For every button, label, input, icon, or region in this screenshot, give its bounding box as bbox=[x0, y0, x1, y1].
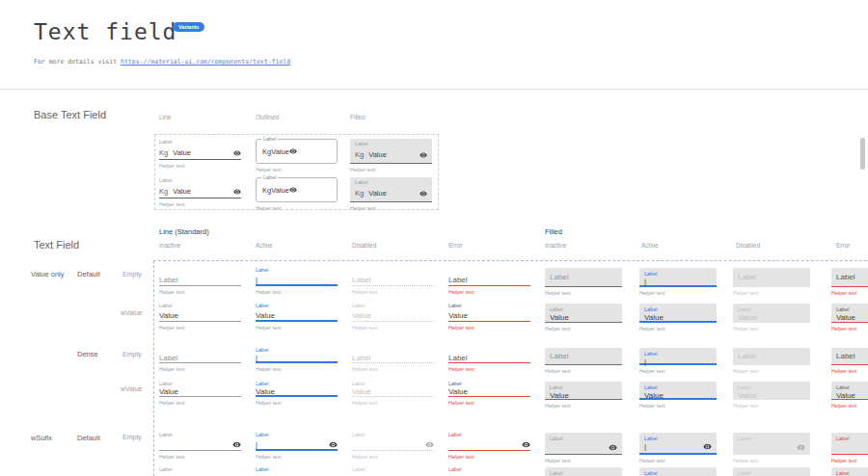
field-label-placeholder: Label bbox=[550, 352, 569, 360]
text-field-line-disabled-empty-wsufix[interactable]: LabelHelper text bbox=[352, 431, 434, 460]
text-field-line-error-empty-dense[interactable]: LabelHelper text bbox=[448, 346, 530, 372]
field-label: Label bbox=[448, 465, 530, 474]
text-field-line-active-wvalue-wsufix[interactable]: LabelValueHelper text bbox=[256, 465, 338, 476]
matrix-section-title: Text Field bbox=[34, 239, 79, 251]
text-field-line-active-empty-dense[interactable]: Label|Helper text bbox=[256, 346, 338, 372]
eye-icon[interactable] bbox=[232, 440, 241, 449]
field-prefix: Kg bbox=[262, 147, 271, 156]
base-line-field[interactable]: LabelKgValueHelper text bbox=[159, 177, 241, 207]
text-field-line-active-wvalue[interactable]: LabelValueHelper text bbox=[256, 302, 338, 331]
text-field-filled-inactive-wvalue-wsufix[interactable]: LabelValueHelper text bbox=[545, 467, 622, 476]
base-filled-field[interactable]: LabelKgValueHelper text bbox=[350, 139, 432, 172]
scrollbar-thumb[interactable] bbox=[860, 138, 865, 170]
text-field-line-disabled-empty[interactable]: LabelHelper text bbox=[352, 266, 434, 295]
text-field-filled-active-wvalue-wsufix[interactable]: LabelValueHelper text bbox=[639, 467, 717, 476]
text-field-filled-disabled-wvalue-wsufix[interactable]: LabelValueHelper text bbox=[733, 467, 810, 476]
text-field-filled-active-empty-dense[interactable]: Label|Helper text bbox=[639, 348, 717, 374]
text-field-filled-error-wvalue[interactable]: LabelValueHelper text bbox=[831, 304, 868, 331]
text-field-filled-disabled-empty-dense[interactable]: LabelHelper text bbox=[733, 348, 810, 374]
text-field-line-error-empty-wsufix[interactable]: LabelHelper text bbox=[448, 431, 530, 460]
field-label: Label bbox=[738, 469, 805, 476]
eye-icon[interactable] bbox=[233, 149, 241, 157]
eye-icon[interactable] bbox=[329, 440, 338, 449]
text-field-filled-disabled-empty[interactable]: LabelHelper text bbox=[733, 268, 810, 296]
eye-icon[interactable] bbox=[233, 188, 241, 196]
text-field-line-active-empty[interactable]: Label|Helper text bbox=[256, 266, 338, 295]
text-field-filled-active-empty[interactable]: Label|Helper text bbox=[639, 268, 717, 296]
text-field-filled-disabled-wvalue[interactable]: LabelValueHelper text bbox=[733, 304, 810, 331]
text-field-line-disabled-wvalue-dense[interactable]: LabelValueHelper text bbox=[352, 380, 434, 406]
row-empty-3: Empty bbox=[122, 434, 142, 440]
text-field-line-inactive-empty-wsufix[interactable]: LabelHelper text bbox=[159, 431, 241, 460]
text-field-filled-active-empty-wsufix[interactable]: Label|Helper text bbox=[639, 433, 717, 463]
base-filled-field[interactable]: LabelKgValueHelper text bbox=[350, 177, 432, 211]
text-cursor: | bbox=[644, 278, 646, 286]
variants-badge[interactable]: Variants bbox=[173, 22, 204, 32]
text-field-filled-error-wvalue-dense[interactable]: LabelValueHelper text bbox=[831, 382, 868, 409]
field-helper: Helper text bbox=[831, 326, 868, 331]
text-field-line-error-wvalue[interactable]: LabelValueHelper text bbox=[448, 302, 530, 331]
text-field-line-inactive-wvalue-wsufix[interactable]: LabelValueHelper text bbox=[159, 465, 241, 476]
field-helper: Helper text bbox=[159, 289, 241, 295]
eye-icon[interactable] bbox=[420, 190, 427, 198]
field-helper: Helper text bbox=[256, 366, 338, 372]
eye-icon[interactable] bbox=[289, 147, 297, 155]
base-outlined-field[interactable]: LabelKgValueHelper text bbox=[256, 177, 338, 211]
text-field-filled-disabled-empty-wsufix[interactable]: LabelHelper text bbox=[733, 433, 810, 463]
field-label: Label bbox=[159, 465, 241, 474]
field-label: Label bbox=[159, 139, 241, 146]
field-helper: Helper text bbox=[448, 454, 530, 460]
text-field-line-error-empty[interactable]: LabelHelper text bbox=[448, 266, 530, 295]
field-label-placeholder: Label bbox=[448, 276, 468, 284]
text-field-line-inactive-empty-dense[interactable]: LabelHelper text bbox=[159, 346, 241, 372]
text-field-filled-error-empty-wsufix[interactable]: LabelHelper text bbox=[831, 433, 868, 463]
text-field-filled-disabled-wvalue-dense[interactable]: LabelValueHelper text bbox=[733, 382, 810, 409]
text-field-line-error-wvalue-wsufix[interactable]: LabelValueHelper text bbox=[448, 465, 530, 476]
eye-icon[interactable] bbox=[609, 443, 617, 452]
base-outlined-field[interactable]: LabelKgValueHelper text bbox=[256, 139, 338, 172]
text-field-filled-active-wvalue-dense[interactable]: LabelValueHelper text bbox=[639, 382, 717, 409]
text-field-line-disabled-wvalue[interactable]: LabelValueHelper text bbox=[352, 302, 434, 331]
group-line-standard: Line (Standard) bbox=[159, 227, 209, 236]
field-helper: Helper text bbox=[545, 368, 622, 374]
text-field-filled-inactive-wvalue[interactable]: LabelValueHelper text bbox=[545, 304, 622, 331]
field-label: Label bbox=[352, 302, 434, 310]
eye-icon[interactable] bbox=[425, 440, 434, 449]
base-col-filled: Filled bbox=[350, 114, 366, 120]
text-field-line-error-wvalue-dense[interactable]: LabelValueHelper text bbox=[448, 380, 530, 406]
state-head-line-disabled: Disabled bbox=[352, 242, 376, 249]
docs-link[interactable]: https://material-ui.com/components/text-… bbox=[121, 58, 290, 66]
field-label: Label bbox=[355, 179, 427, 187]
text-field-filled-active-wvalue[interactable]: LabelValueHelper text bbox=[639, 304, 717, 331]
text-field-line-inactive-wvalue[interactable]: LabelValueHelper text bbox=[159, 302, 241, 331]
text-field-line-inactive-wvalue-dense[interactable]: LabelValueHelper text bbox=[159, 380, 241, 406]
text-field-line-disabled-wvalue-wsufix[interactable]: LabelValueHelper text bbox=[352, 465, 434, 476]
field-label: Label bbox=[352, 431, 434, 439]
field-label: Label bbox=[352, 380, 434, 387]
density-default-1: Default bbox=[77, 270, 100, 278]
text-field-line-disabled-empty-dense[interactable]: LabelHelper text bbox=[352, 346, 434, 372]
eye-icon[interactable] bbox=[420, 151, 427, 159]
eye-icon[interactable] bbox=[797, 443, 805, 452]
base-section-title: Base Text Field bbox=[34, 109, 106, 120]
base-line-field[interactable]: LabelKgValueHelper text bbox=[159, 139, 241, 169]
field-label-placeholder: Label bbox=[836, 352, 855, 360]
text-field-filled-error-wvalue-wsufix[interactable]: LabelValueHelper text bbox=[831, 467, 868, 476]
text-field-line-active-wvalue-dense[interactable]: LabelValueHelper text bbox=[256, 380, 338, 406]
text-field-filled-inactive-empty-wsufix[interactable]: LabelHelper text bbox=[545, 433, 622, 463]
text-field-filled-inactive-empty[interactable]: LabelHelper text bbox=[545, 268, 622, 296]
eye-icon[interactable] bbox=[703, 442, 712, 451]
field-label bbox=[159, 266, 241, 275]
text-field-line-active-empty-wsufix[interactable]: Label|Helper text bbox=[256, 431, 338, 460]
text-field-filled-inactive-wvalue-dense[interactable]: LabelValueHelper text bbox=[545, 382, 622, 409]
field-label: Label bbox=[261, 136, 278, 143]
text-field-filled-error-empty-dense[interactable]: LabelHelper text bbox=[831, 348, 868, 374]
field-label: Label bbox=[159, 380, 241, 387]
text-field-filled-error-empty[interactable]: LabelHelper text bbox=[831, 268, 868, 296]
eye-icon[interactable] bbox=[522, 440, 530, 449]
text-field-line-inactive-empty[interactable]: LabelHelper text bbox=[159, 266, 241, 295]
field-helper: Helper text bbox=[352, 325, 434, 331]
field-label: Label bbox=[352, 465, 434, 474]
text-field-filled-inactive-empty-dense[interactable]: LabelHelper text bbox=[545, 348, 622, 374]
eye-icon[interactable] bbox=[289, 186, 297, 194]
